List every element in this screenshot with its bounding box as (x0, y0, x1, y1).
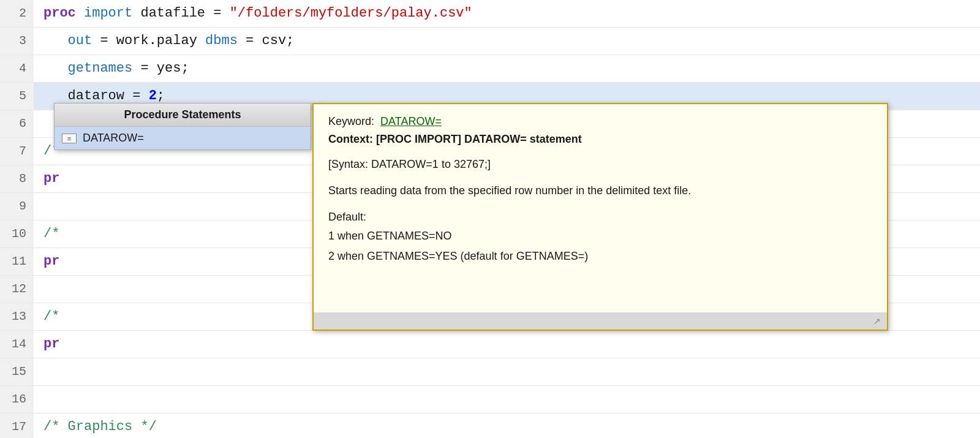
line-number: 11 (0, 248, 34, 275)
code-token: /* (43, 303, 59, 330)
code-token: /* Graphics */ (43, 413, 157, 438)
line-number: 4 (0, 55, 34, 82)
line-number: 14 (0, 331, 34, 358)
line-number: 6 (0, 110, 34, 137)
line-number: 10 (0, 221, 34, 247)
line-content: /* Graphics */ (34, 413, 157, 438)
help-keyword-line: Keyword: DATAROW= (328, 115, 872, 128)
code-token: "/folders/myfolders/palay.csv" (230, 0, 472, 27)
autocomplete-item-icon: ≡ (62, 134, 77, 143)
line-content: out = work.palay dbms = csv; (34, 28, 294, 55)
line-content: pr (34, 165, 59, 192)
line-content: /* (34, 221, 59, 247)
line-number: 13 (0, 303, 34, 330)
code-line: 16 (0, 386, 980, 413)
code-line: 17/* Graphics */ (0, 413, 980, 438)
line-number: 17 (0, 413, 34, 438)
code-token: pr (43, 248, 59, 275)
line-number: 5 (0, 83, 34, 110)
line-number: 2 (0, 0, 34, 27)
code-token: = work.palay (92, 28, 205, 55)
line-content: getnames = yes; (34, 55, 189, 82)
code-line: 3 out = work.palay dbms = csv; (0, 28, 980, 55)
line-content: proc import datafile = "/folders/myfolde… (34, 0, 472, 27)
code-token: = yes; (132, 55, 189, 82)
help-default-item: 1 when GETNAMES=NO (328, 226, 872, 246)
line-content: pr (34, 248, 59, 275)
code-token: pr (43, 165, 59, 192)
help-content: Keyword: DATAROW= Context: [PROC IMPORT]… (314, 104, 887, 312)
line-number: 15 (0, 358, 34, 385)
code-token: import (84, 0, 132, 27)
code-token: /* (43, 221, 59, 247)
code-token (43, 55, 68, 82)
help-description: Starts reading data from the specified r… (328, 183, 872, 198)
line-number: 8 (0, 165, 34, 192)
code-editor: 2proc import datafile = "/folders/myfold… (0, 0, 980, 438)
code-token: proc (43, 0, 84, 27)
help-default-item: 2 when GETNAMES=YES (default for GETNAME… (328, 246, 872, 266)
code-token: datafile = (132, 0, 229, 27)
line-number: 12 (0, 276, 34, 303)
code-token (43, 28, 68, 55)
help-default-items: 1 when GETNAMES=NO2 when GETNAMES=YES (d… (328, 226, 872, 266)
code-line: 15 (0, 358, 980, 386)
autocomplete-item-label: DATAROW= (83, 132, 144, 145)
code-token: out (68, 28, 92, 55)
autocomplete-header: Procedure Statements (55, 104, 311, 127)
code-line: 4 getnames = yes; (0, 55, 980, 83)
help-syntax: [Syntax: DATAROW=1 to 32767;] (328, 158, 872, 171)
code-token: = csv; (238, 28, 294, 55)
line-number: 3 (0, 28, 34, 55)
line-content: /* (34, 303, 59, 330)
help-keyword-label: Keyword: (328, 115, 374, 127)
help-keyword-link[interactable]: DATAROW= (380, 115, 442, 127)
help-footer: ↗ (314, 312, 887, 330)
code-line: 14pr (0, 331, 980, 358)
code-token: dbms (205, 28, 238, 55)
line-number: 9 (0, 193, 34, 220)
help-popup: Keyword: DATAROW= Context: [PROC IMPORT]… (312, 103, 888, 331)
code-line: 2proc import datafile = "/folders/myfold… (0, 0, 980, 28)
line-content: pr (34, 331, 59, 358)
code-token: pr (43, 331, 59, 358)
line-number: 7 (0, 138, 34, 165)
code-token: getnames (68, 55, 133, 82)
help-context: Context: [PROC IMPORT] DATAROW= statemen… (328, 133, 872, 146)
autocomplete-popup[interactable]: Procedure Statements ≡DATAROW= (54, 103, 311, 150)
line-number: 16 (0, 386, 34, 413)
help-default-header: Default: (328, 211, 872, 224)
autocomplete-item[interactable]: ≡DATAROW= (55, 127, 311, 149)
resize-handle-icon[interactable]: ↗ (873, 316, 881, 326)
